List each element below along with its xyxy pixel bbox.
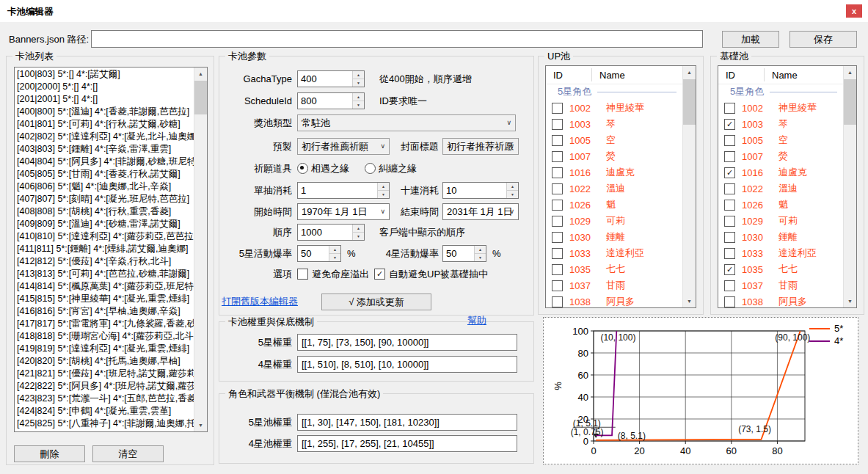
spin-up-icon[interactable]: ▲ (353, 93, 364, 101)
base-pool-scrollbar[interactable]: ▲ ▼ (843, 66, 856, 307)
up-pool-scrollbar[interactable]: ▲ ▼ (682, 66, 696, 307)
pool-list-scrollbar[interactable]: ▲ ▼ (194, 68, 207, 431)
delete-button[interactable]: 刪除 (14, 445, 85, 462)
spin-up-icon[interactable]: ▲ (475, 246, 486, 254)
order-spin-buttons[interactable]: ▲▼ (352, 225, 364, 240)
row-checkbox[interactable] (724, 135, 735, 146)
four-star-weight-input[interactable]: [[1, 510], [8, 510], [10, 10000]] (297, 356, 517, 373)
list-item[interactable]: [405|805] 5*:[甘雨] 4*:[香菱,行秋,諾艾爾] (15, 168, 194, 181)
row-checkbox[interactable] (724, 183, 735, 194)
spin-down-icon[interactable]: ▼ (353, 233, 364, 240)
row-checkbox[interactable] (724, 200, 735, 211)
list-item[interactable]: [401|801] 5*:[可莉] 4*:[行秋,諾艾爾,砂糖] (15, 118, 194, 131)
spin-up-icon[interactable]: ▲ (507, 183, 518, 191)
pool-row[interactable]: ✓1016迪盧克 (718, 164, 843, 181)
pool-listbox[interactable]: [100|803] 5*:[] 4*:[諾艾爾][200|2000] 5*:[]… (14, 67, 208, 432)
path-input[interactable] (91, 30, 703, 48)
pool-row[interactable]: 1016迪盧克 (546, 164, 682, 181)
list-item[interactable]: [422|822] 5*:[阿貝多] 4*:[班尼特,諾艾爾,蘿莎莉亞] (15, 380, 194, 393)
row-checkbox[interactable]: ✓ (724, 119, 735, 130)
row-checkbox[interactable] (552, 216, 563, 227)
preset-combo[interactable]: 初行者推薦祈願 ∨ (297, 138, 390, 155)
spin-down-icon[interactable]: ▼ (507, 191, 518, 198)
pool-row[interactable]: 1005空 (546, 132, 682, 148)
row-checkbox[interactable]: ✓ (724, 167, 735, 178)
pool-row[interactable]: 1022溫迪 (546, 181, 682, 197)
list-item[interactable]: [408|808] 5*:[胡桃] 4*:[行秋,重雲,香菱] (15, 205, 194, 218)
list-item[interactable]: [406|806] 5*:[魈] 4*:[迪奧娜,北斗,辛焱] (15, 181, 194, 193)
save-button[interactable]: 保存 (789, 31, 857, 48)
list-item[interactable]: [420|820] 5*:[胡桃] 4*:[托馬,迪奧娜,早柚] (15, 355, 194, 368)
pool-row[interactable]: ✓1003琴 (718, 116, 843, 132)
five-star-pool-weight-input[interactable]: [[1, 30], [147, 150], [181, 10230]] (297, 414, 517, 431)
list-item[interactable]: [100|803] 5*:[] 4*:[諾艾爾] (15, 68, 194, 81)
row-checkbox[interactable] (552, 167, 563, 178)
list-item[interactable]: [421|821] 5*:[優菈] 4*:[班尼特,諾艾爾,蘿莎莉亞] (15, 368, 194, 380)
row-checkbox[interactable] (724, 151, 735, 162)
row-checkbox[interactable] (552, 248, 563, 259)
row-checkbox[interactable] (724, 232, 735, 243)
pool-row[interactable]: 1037甘雨 (718, 277, 843, 293)
spin-down-icon[interactable]: ▼ (353, 79, 364, 87)
pool-row[interactable]: 1035七七 (546, 261, 682, 277)
list-item[interactable]: [424|824] 5*:[申鶴] 4*:[凝光,重雲,雲堇] (15, 405, 194, 418)
load-button[interactable]: 加載 (722, 31, 779, 48)
single-cost-spinner[interactable]: 1 ▲▼ (297, 182, 390, 199)
pool-row[interactable]: 1030鍾離 (718, 229, 843, 245)
add-or-update-button[interactable]: √ 添加或更新 (321, 293, 431, 310)
five-star-rate-spin-buttons[interactable]: ▲▼ (329, 246, 340, 261)
row-checkbox[interactable] (724, 216, 735, 227)
pool-row[interactable]: 1022溫迪 (718, 181, 843, 197)
scrollbar-thumb[interactable] (194, 81, 207, 114)
end-time-picker[interactable]: 2031年 1月 1日 ∨ (442, 203, 519, 220)
spin-up-icon[interactable]: ▲ (353, 225, 364, 233)
up-pool-list[interactable]: ID Name 5星角色 1002神里綾華1003琴1005空1007熒1016… (545, 65, 696, 308)
list-item[interactable]: [415|815] 5*:[神里綾華] 4*:[凝光,重雲,煙緋] (15, 293, 194, 305)
row-checkbox[interactable] (552, 264, 563, 275)
radio-entangle-fate[interactable] (365, 163, 376, 174)
ten-cost-spin-buttons[interactable]: ▲▼ (506, 183, 518, 198)
gachatype-spinner[interactable]: 400 ▲▼ (297, 70, 365, 87)
pool-row[interactable]: 1007熒 (546, 148, 682, 164)
pool-row[interactable]: 1033達達利亞 (546, 245, 682, 261)
ten-cost-spinner[interactable]: 10 ▲▼ (442, 182, 519, 199)
list-item[interactable]: [423|823] 5*:[荒瀧一斗] 4*:[五郎,芭芭拉,香菱] (15, 393, 194, 405)
list-item[interactable]: [407|807] 5*:[刻晴] 4*:[凝光,班尼特,芭芭拉] (15, 193, 194, 205)
scheduleid-spinner[interactable]: 800 ▲▼ (297, 92, 365, 109)
pool-type-combo[interactable]: 常駐池 ∨ (297, 114, 516, 131)
pool-row[interactable]: 1037甘雨 (546, 277, 682, 293)
row-checkbox[interactable] (552, 200, 563, 211)
row-checkbox[interactable] (724, 248, 735, 259)
list-item[interactable]: [409|809] 5*:[溫迪] 4*:[砂糖,雷澤,諾艾爾] (15, 218, 194, 230)
list-item[interactable]: [412|812] 5*:[優菈] 4*:[辛焱,行秋,北斗] (15, 255, 194, 268)
pool-row[interactable]: 1026魈 (718, 197, 843, 213)
scheduleid-spin-buttons[interactable]: ▲▼ (352, 93, 364, 109)
pool-row[interactable]: 1030鍾離 (546, 229, 682, 245)
list-item[interactable]: [413|813] 5*:[可莉] 4*:[芭芭拉,砂糖,菲謝爾] (15, 268, 194, 280)
cover-title-combo[interactable]: 初行者推荐祈愿 ∨ (442, 138, 519, 155)
row-checkbox[interactable] (724, 103, 735, 114)
pool-row[interactable]: 1029可莉 (718, 213, 843, 229)
list-item[interactable]: [403|803] 5*:[鍾離] 4*:[辛焱,雷澤,重雲] (15, 143, 194, 156)
avoid-constellation-overflow-checkbox[interactable] (297, 269, 308, 280)
row-checkbox[interactable]: ✓ (724, 264, 735, 275)
row-checkbox[interactable] (552, 135, 563, 146)
list-item[interactable]: [404|804] 5*:[阿貝多] 4*:[菲謝爾,砂糖,班尼特] (15, 156, 194, 168)
radio-meet-fate[interactable] (297, 163, 308, 174)
list-item[interactable]: [410|810] 5*:[達達利亞] 4*:[蘿莎莉亞,芭芭拉,菲謝爾] (15, 230, 194, 243)
row-checkbox[interactable] (724, 280, 735, 291)
row-checkbox[interactable] (552, 151, 563, 162)
pool-row[interactable]: 1002神里綾華 (718, 100, 843, 116)
scroll-down-icon[interactable]: ▼ (194, 419, 207, 431)
list-item[interactable]: [201|2001] 5*:[] 4*:[] (15, 93, 194, 106)
spin-up-icon[interactable]: ▲ (329, 246, 340, 254)
spin-down-icon[interactable]: ▼ (353, 101, 364, 109)
five-star-weight-input[interactable]: [[1, 75], [73, 150], [90, 10000]] (297, 334, 517, 351)
help-link[interactable]: 幫助 (467, 313, 486, 329)
row-checkbox[interactable] (552, 103, 563, 114)
five-star-rate-spinner[interactable]: 50 ▲▼ (297, 245, 341, 262)
scrollbar-thumb[interactable] (844, 79, 856, 125)
pool-row[interactable]: 1038阿貝多 (718, 293, 843, 307)
pool-row[interactable]: 1029可莉 (546, 213, 682, 229)
row-checkbox[interactable] (552, 119, 563, 130)
